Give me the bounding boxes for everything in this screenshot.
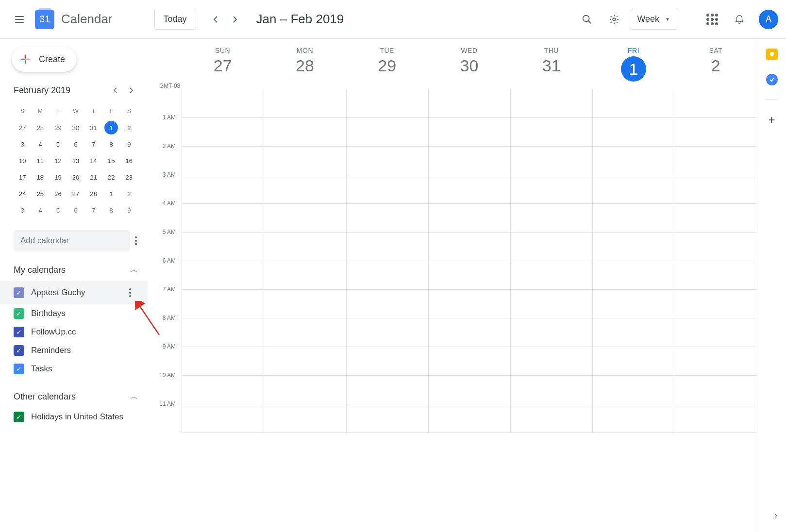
- hour-cell[interactable]: [264, 290, 346, 318]
- expand-side-panel[interactable]: ›: [774, 510, 777, 520]
- mini-cal-day[interactable]: 7: [84, 136, 102, 152]
- day-header[interactable]: THU31: [510, 47, 592, 82]
- hour-cell[interactable]: [593, 347, 674, 376]
- mini-cal-day[interactable]: 6: [67, 136, 85, 152]
- mini-cal-day[interactable]: 1: [102, 185, 120, 202]
- add-addon-button[interactable]: +: [768, 113, 775, 127]
- add-calendar-options[interactable]: [134, 233, 138, 249]
- week-grid[interactable]: 1 AM2 AM3 AM4 AM5 AM6 AM7 AM8 AM9 AM10 A…: [148, 89, 757, 532]
- mini-cal-day[interactable]: 17: [14, 169, 32, 185]
- mini-cal-day[interactable]: 27: [14, 119, 32, 136]
- mini-cal-day[interactable]: 23: [120, 169, 138, 185]
- day-header[interactable]: WED30: [428, 47, 510, 82]
- mini-cal-next[interactable]: [124, 83, 138, 97]
- search-button[interactable]: [575, 8, 599, 31]
- mini-cal-day[interactable]: 27: [67, 185, 85, 202]
- hour-cell[interactable]: [429, 318, 510, 347]
- hour-cell[interactable]: [347, 233, 428, 261]
- calendar-checkbox[interactable]: ✓: [14, 308, 24, 319]
- hour-cell[interactable]: [264, 404, 346, 433]
- keep-addon[interactable]: [766, 49, 778, 60]
- hour-cell[interactable]: [347, 318, 428, 347]
- day-header[interactable]: TUE29: [346, 47, 428, 82]
- hour-cell[interactable]: [347, 347, 428, 376]
- hour-cell[interactable]: [593, 261, 674, 290]
- hour-cell[interactable]: [264, 147, 346, 175]
- calendar-item[interactable]: ✓Apptest Guchy: [0, 281, 148, 304]
- hour-cell[interactable]: [593, 147, 674, 175]
- hour-cell[interactable]: [675, 233, 757, 261]
- calendar-checkbox[interactable]: ✓: [14, 327, 24, 337]
- mini-cal-day[interactable]: 28: [32, 119, 50, 136]
- mini-cal-day[interactable]: 6: [67, 202, 85, 218]
- mini-cal-day[interactable]: 9: [120, 202, 138, 218]
- hour-cell[interactable]: [347, 376, 428, 404]
- hour-cell[interactable]: [675, 290, 757, 318]
- mini-cal-day[interactable]: 10: [14, 152, 32, 169]
- hour-cell[interactable]: [675, 89, 757, 118]
- hour-cell[interactable]: [182, 204, 264, 233]
- today-button[interactable]: Today: [154, 9, 196, 30]
- hour-cell[interactable]: [347, 118, 428, 147]
- apps-button[interactable]: [701, 8, 724, 31]
- mini-cal-day[interactable]: 24: [14, 185, 32, 202]
- day-column[interactable]: [592, 89, 674, 433]
- my-calendars-toggle[interactable]: My calendars ︿: [14, 265, 138, 275]
- day-column[interactable]: [428, 89, 510, 433]
- hour-cell[interactable]: [429, 376, 510, 404]
- mini-cal-day[interactable]: 9: [120, 136, 138, 152]
- mini-cal-day[interactable]: 15: [102, 152, 120, 169]
- hour-cell[interactable]: [675, 404, 757, 433]
- calendar-item[interactable]: ✓Holidays in United States: [0, 408, 148, 426]
- mini-cal-day[interactable]: 30: [67, 119, 85, 136]
- mini-cal-day[interactable]: 16: [120, 152, 138, 169]
- hour-cell[interactable]: [593, 89, 674, 118]
- mini-cal-day[interactable]: 13: [67, 152, 85, 169]
- mini-cal-day[interactable]: 5: [49, 136, 67, 152]
- hour-cell[interactable]: [429, 89, 510, 118]
- hour-cell[interactable]: [182, 404, 264, 433]
- hour-cell[interactable]: [429, 175, 510, 204]
- calendar-checkbox[interactable]: ✓: [14, 287, 24, 298]
- add-calendar-input[interactable]: [14, 230, 130, 251]
- hour-cell[interactable]: [264, 261, 346, 290]
- hour-cell[interactable]: [182, 376, 264, 404]
- hour-cell[interactable]: [182, 261, 264, 290]
- hour-cell[interactable]: [511, 89, 592, 118]
- day-column[interactable]: [264, 89, 346, 433]
- mini-cal-day[interactable]: 26: [49, 185, 67, 202]
- hour-cell[interactable]: [347, 261, 428, 290]
- day-header[interactable]: SAT2: [675, 47, 757, 82]
- hour-cell[interactable]: [511, 233, 592, 261]
- hour-cell[interactable]: [429, 147, 510, 175]
- day-column[interactable]: [346, 89, 428, 433]
- hour-cell[interactable]: [593, 204, 674, 233]
- hour-cell[interactable]: [264, 89, 346, 118]
- hour-cell[interactable]: [347, 89, 428, 118]
- mini-cal-day[interactable]: 29: [49, 119, 67, 136]
- hour-cell[interactable]: [593, 175, 674, 204]
- mini-cal-day[interactable]: 20: [67, 169, 85, 185]
- hour-cell[interactable]: [182, 147, 264, 175]
- hour-cell[interactable]: [182, 118, 264, 147]
- hour-cell[interactable]: [182, 290, 264, 318]
- mini-cal-day[interactable]: 14: [84, 152, 102, 169]
- calendar-checkbox[interactable]: ✓: [14, 412, 24, 422]
- hour-cell[interactable]: [347, 147, 428, 175]
- hour-cell[interactable]: [429, 347, 510, 376]
- calendar-item[interactable]: ✓FollowUp.cc: [0, 323, 148, 341]
- hour-cell[interactable]: [429, 233, 510, 261]
- mini-cal-prev[interactable]: [109, 83, 122, 97]
- hour-cell[interactable]: [182, 347, 264, 376]
- hour-cell[interactable]: [593, 233, 674, 261]
- hour-cell[interactable]: [429, 404, 510, 433]
- view-selector[interactable]: Week ▼: [630, 9, 677, 30]
- mini-cal-day[interactable]: 1: [102, 119, 120, 136]
- hour-cell[interactable]: [264, 233, 346, 261]
- hour-cell[interactable]: [264, 175, 346, 204]
- hour-cell[interactable]: [347, 204, 428, 233]
- hour-cell[interactable]: [347, 290, 428, 318]
- mini-cal-day[interactable]: 31: [84, 119, 102, 136]
- mini-cal-day[interactable]: 8: [102, 202, 120, 218]
- hour-cell[interactable]: [675, 118, 757, 147]
